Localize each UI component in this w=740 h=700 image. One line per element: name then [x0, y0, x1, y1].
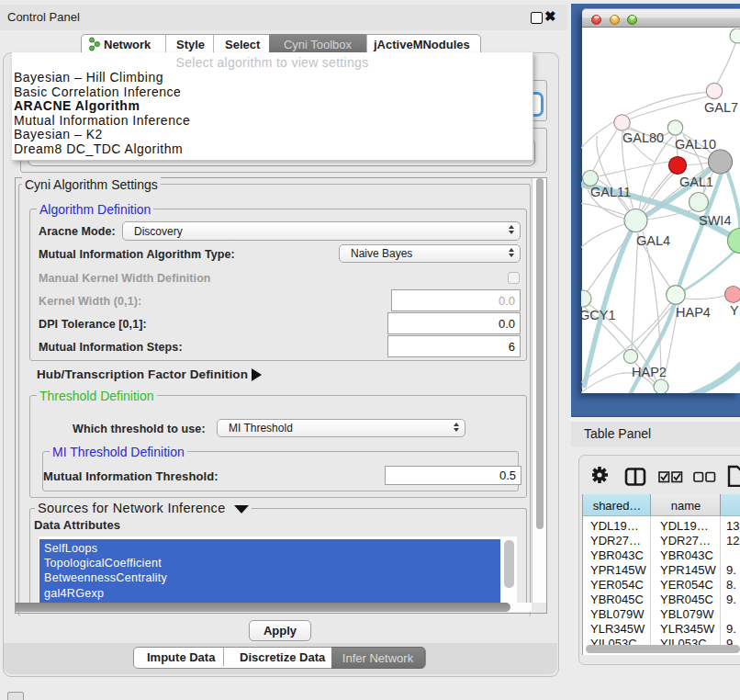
svg-text:GAL1: GAL1 [679, 175, 713, 189]
svg-text:HAP4: HAP4 [676, 305, 711, 320]
svg-text:GAL80: GAL80 [622, 130, 664, 145]
svg-text:HAP2: HAP2 [632, 365, 667, 379]
svg-text:GAL7: GAL7 [704, 100, 738, 115]
svg-text:GCY1: GCY1 [581, 308, 616, 322]
svg-text:Y: Y [730, 303, 739, 318]
svg-text:GAL4: GAL4 [636, 233, 670, 248]
svg-text:SWI4: SWI4 [699, 213, 731, 228]
svg-text:GAL11: GAL11 [590, 185, 631, 199]
svg-text:GAL10: GAL10 [675, 137, 716, 152]
